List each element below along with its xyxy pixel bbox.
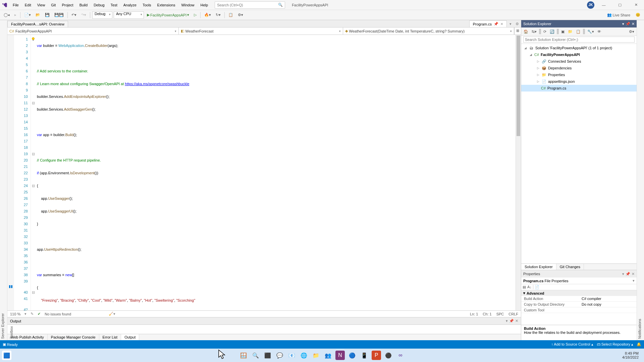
save-all-button[interactable]: 💾💾 (53, 12, 65, 18)
global-search-input[interactable] (217, 3, 277, 7)
undo-button[interactable]: ↶▾ (70, 12, 78, 18)
properties-grid[interactable]: ▾Advanced Build ActionC# compiler Copy t… (521, 290, 637, 325)
powerpoint-icon[interactable]: P (372, 351, 381, 360)
vertical-scrollbar[interactable] (516, 35, 521, 310)
se-sync-icon[interactable]: 🔄 (549, 29, 555, 35)
se-show-all-icon[interactable]: 📁 (567, 29, 574, 35)
live-share-button[interactable]: 👥 Live Share (605, 12, 632, 18)
tree-program-cs[interactable]: C#Program.cs (521, 85, 637, 92)
menu-debug[interactable]: Debug (91, 2, 107, 8)
nav-type-combo[interactable]: ◧WeatherForecast (179, 27, 343, 35)
menu-help[interactable]: Help (198, 2, 211, 8)
properties-dropdown-icon[interactable]: ▾ (633, 279, 635, 283)
menu-build[interactable]: Build (77, 2, 90, 8)
menu-analyze[interactable]: Analyze (121, 2, 139, 8)
property-row[interactable]: Copy to Output DirectoryDo not copy (521, 302, 637, 307)
forward-button[interactable]: ▸ (13, 12, 18, 18)
breakpoint-margin[interactable]: ▮▮ (7, 35, 14, 310)
split-editor-icon[interactable]: ⊞ (514, 27, 521, 35)
open-button[interactable]: 📂 (34, 12, 42, 18)
user-avatar[interactable]: JK (587, 1, 594, 9)
notifications-bell-icon[interactable]: 🔔 (637, 342, 641, 347)
indent-indicator[interactable]: SPC (496, 312, 504, 316)
code-editor[interactable]: ▮▮ 1234567891011121314151617181920212223… (7, 35, 521, 310)
widgets-icon[interactable]: 🟦 (2, 351, 11, 360)
active-files-dropdown[interactable]: ▾ (507, 21, 514, 27)
se-settings-icon[interactable]: ⚙▾ (628, 29, 635, 35)
panel-dropdown-icon[interactable]: ▾ (622, 272, 624, 276)
menu-extensions[interactable]: Extensions (155, 2, 178, 8)
tab-pmc[interactable]: Package Manager Console (48, 334, 99, 340)
output-dropdown-icon[interactable]: ▾ (506, 319, 508, 323)
solution-explorer-search-input[interactable] (523, 37, 635, 43)
redo-button[interactable]: ↷▾ (79, 12, 88, 18)
configuration-select[interactable]: Debug (92, 11, 112, 19)
system-tray[interactable]: 8:49 PM 4/18/2022 (622, 351, 642, 359)
menu-tools[interactable]: Tools (140, 2, 154, 8)
tree-dependencies[interactable]: ▷📦Dependencies (521, 65, 637, 71)
nav-member-combo[interactable]: ◆WeatherForecast(DateTime Date, int Temp… (343, 27, 515, 35)
onenote-icon[interactable]: N (335, 351, 345, 360)
tab-git-changes[interactable]: Git Changes (556, 264, 584, 270)
server-explorer-tab[interactable]: Server Explorer (0, 22, 5, 340)
menu-git[interactable]: Git (48, 2, 58, 8)
start-debug-button[interactable]: ▶ FacilityPowerAppsAPI ▾ (145, 12, 191, 18)
output-close-icon[interactable]: ✕ (515, 319, 518, 323)
code-area[interactable]: var builder = WebApplication.CreateBuild… (36, 35, 516, 310)
tree-appsettings[interactable]: ▷📄appsettings.json (521, 78, 637, 85)
tab-program-cs[interactable]: Program.cs📌✕ (469, 20, 507, 27)
menu-window[interactable]: Window (178, 2, 197, 8)
property-row[interactable]: Custom Tool (521, 307, 637, 313)
error-indicator-icon[interactable]: ✔ (38, 312, 41, 316)
browser-link-button[interactable]: ↻▾ (214, 12, 222, 18)
publish-button[interactable]: 📋 (227, 12, 235, 18)
task-view-icon[interactable]: ⬛ (263, 351, 272, 360)
tree-solution-node[interactable]: ◢🗂Solution 'FacilityPowerAppsAPI' (1 of … (521, 45, 637, 51)
minimize-button[interactable]: — (597, 0, 610, 10)
property-value[interactable]: Do not copy (579, 302, 637, 307)
platform-select[interactable]: Any CPU (114, 11, 144, 19)
preview-toggle-icon[interactable]: ⚙ (514, 21, 521, 27)
property-pages-icon[interactable]: 📄 (535, 285, 539, 289)
outlining-margin[interactable]: ⊟⊟⊟⊟ (31, 35, 36, 310)
close-button[interactable]: ✕ (629, 0, 643, 10)
powerapps-icon[interactable]: 📱 (360, 351, 369, 360)
taskbar-search-icon[interactable]: 🔍 (251, 351, 260, 360)
visual-studio-icon[interactable]: ∞ (396, 351, 405, 360)
nav-project-combo[interactable]: C#FacilityPowerAppsAPI (7, 27, 179, 35)
panel-pin-icon[interactable]: 📌 (626, 272, 630, 276)
solution-explorer-search[interactable] (521, 36, 637, 44)
se-properties-icon[interactable]: 🔧▾ (586, 29, 595, 35)
lineending-indicator[interactable]: CRLF (508, 312, 518, 316)
teams-icon[interactable]: 👥 (323, 351, 333, 360)
maximize-button[interactable]: ▢ (613, 0, 627, 10)
menu-project[interactable]: Project (59, 2, 76, 8)
outlook-icon[interactable]: 📧 (287, 351, 297, 360)
close-tab-icon[interactable]: ✕ (500, 22, 503, 26)
col-indicator[interactable]: Ch: 1 (483, 312, 491, 316)
chat-icon[interactable]: 💬 (275, 351, 284, 360)
pin-icon[interactable]: 📌 (494, 22, 498, 26)
cleanup-icon[interactable]: 🧹▾ (109, 312, 115, 316)
select-repository[interactable]: 🗃 Select Repository ▴ (597, 342, 633, 347)
se-preview-icon[interactable]: 👁 (596, 29, 602, 34)
notifications-tab[interactable]: Notifications (637, 22, 642, 340)
property-value[interactable]: C# compiler (579, 296, 637, 301)
panel-dropdown-icon[interactable]: ▾ (622, 22, 624, 26)
feedback-button[interactable]: 😊 (634, 12, 642, 18)
se-collapse-icon[interactable]: ▣ (560, 29, 566, 35)
edge-icon[interactable]: 🌐 (299, 351, 309, 360)
tab-solution-explorer[interactable]: Solution Explorer (521, 264, 556, 270)
scroll-thumb[interactable] (517, 36, 520, 136)
categorized-icon[interactable]: ▤ (523, 285, 526, 289)
hot-reload-button[interactable]: 🔥▾ (203, 12, 213, 18)
menu-test[interactable]: Test (108, 2, 120, 8)
tab-output[interactable]: Output (121, 334, 139, 340)
property-row[interactable]: Build ActionC# compiler (521, 296, 637, 302)
panel-pin-icon[interactable]: 📌 (626, 22, 630, 26)
tree-properties[interactable]: ▷📁Properties (521, 71, 637, 78)
tree-connected-services[interactable]: ▷🔗Connected Services (521, 58, 637, 65)
start-without-debug-button[interactable]: ▷ (192, 12, 198, 18)
menu-file[interactable]: File (10, 2, 21, 8)
menu-edit[interactable]: Edit (22, 2, 34, 8)
